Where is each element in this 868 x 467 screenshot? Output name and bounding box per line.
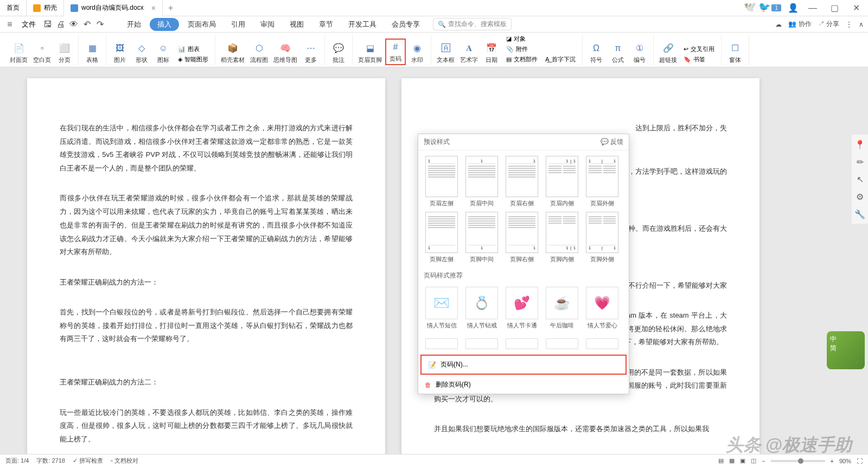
docer-button[interactable]: 📦稻壳素材 — [219, 41, 247, 65]
preview-icon[interactable]: 👁 — [68, 19, 79, 30]
formula-button[interactable]: π公式 — [608, 41, 628, 65]
style-more-1[interactable] — [424, 338, 459, 349]
menu-vip[interactable]: 会员专享 — [385, 17, 426, 31]
collab-button[interactable]: 👥 协作 — [788, 20, 811, 29]
watermark-button[interactable]: ◉水印 — [407, 41, 427, 65]
menu-view[interactable]: 视图 — [283, 17, 310, 31]
style-envelope[interactable]: ✉️情人节短信 — [424, 287, 459, 330]
mindmap-button[interactable]: 🧠思维导图 — [271, 41, 299, 65]
page-number-button[interactable]: #页码 — [385, 39, 406, 65]
share-button[interactable]: ↗ 分享 — [818, 20, 839, 29]
preset-footer-inside[interactable]: 1|1页脚内侧 — [544, 212, 580, 263]
close-window-icon[interactable]: ✕ — [848, 3, 864, 14]
redo-icon[interactable]: ↷ — [94, 19, 105, 30]
feedback-link[interactable]: 💬 反馈 — [601, 137, 623, 147]
spell-check[interactable]: ✓ 拼写检查 — [73, 457, 103, 465]
menu-review[interactable]: 审阅 — [254, 17, 281, 31]
preset-header-right[interactable]: 1页眉右侧 — [504, 156, 540, 207]
close-icon[interactable]: × — [151, 4, 156, 12]
minimize-icon[interactable]: — — [805, 3, 820, 14]
tab-docer[interactable]: 稻壳 — [27, 0, 64, 16]
preset-header-left[interactable]: 1页眉左侧 — [424, 156, 459, 207]
select-icon[interactable]: ↖ — [854, 174, 865, 185]
hyperlink-button[interactable]: 🔗超链接 — [657, 41, 679, 65]
picture-button[interactable]: 🖼图片 — [110, 41, 130, 65]
tab-add[interactable]: + — [163, 3, 178, 13]
zoom-slider[interactable] — [771, 460, 825, 462]
search-box[interactable]: 🔍查找命令、搜索模板 — [433, 18, 512, 30]
doc-proof[interactable]: ▫ 文档校对 — [111, 457, 138, 465]
table-button[interactable]: ▦表格 — [82, 41, 103, 65]
symbol-button[interactable]: Ω符号 — [586, 41, 607, 65]
style-coffee[interactable]: ☕午后咖啡 — [544, 287, 580, 330]
preset-header-center[interactable]: 1页眉中间 — [464, 156, 500, 207]
undo-icon[interactable]: ↶ — [81, 19, 92, 30]
preset-footer-outside[interactable]: 1|1页脚外侧 — [584, 212, 620, 263]
style-cartoon[interactable]: 💕情人节卡通 — [504, 287, 540, 330]
menu-ref[interactable]: 引用 — [225, 17, 252, 31]
preset-footer-left[interactable]: 1页脚左侧 — [424, 212, 459, 263]
page-break-button[interactable]: ⬜分页 — [54, 41, 75, 65]
icon-button[interactable]: ☺图标 — [153, 41, 174, 65]
style-more-2[interactable] — [464, 338, 500, 349]
blank-page-button[interactable]: ▫空白页 — [31, 41, 53, 65]
smartart-button[interactable]: ◈ 智能图形 — [176, 55, 210, 64]
page-number-command[interactable]: 📝页码(N)... — [420, 355, 627, 375]
menu-layout[interactable]: 页面布局 — [181, 17, 222, 31]
preset-header-inside[interactable]: 1|1页眉内侧 — [544, 156, 580, 207]
menu-chapter[interactable]: 章节 — [312, 17, 340, 31]
chart-button[interactable]: 📊 图表 — [176, 45, 210, 54]
attachment-button[interactable]: 📎 附件 — [504, 45, 540, 54]
cloud-icon[interactable]: ☁ — [775, 21, 782, 28]
xref-button[interactable]: ↩ 交叉引用 — [681, 45, 717, 54]
bookmark-button[interactable]: 🔖 书签 — [681, 55, 717, 64]
flowchart-button[interactable]: ⬡流程图 — [248, 41, 270, 65]
page-indicator[interactable]: 页面: 1/4 — [5, 457, 29, 465]
more-icon[interactable]: ⋮ — [846, 21, 852, 28]
style-more-5[interactable] — [584, 338, 620, 349]
comment-button[interactable]: 💬批注 — [328, 41, 349, 65]
view-mode-4[interactable]: ◫ — [751, 457, 756, 464]
style-ring[interactable]: 💍情人节钻戒 — [464, 287, 500, 330]
preset-footer-right[interactable]: 1页脚右侧 — [504, 212, 540, 263]
numbering-button[interactable]: ①编号 — [629, 41, 650, 65]
maximize-icon[interactable]: ▢ — [827, 3, 842, 14]
hamburger-icon[interactable]: ≡ — [4, 19, 15, 30]
cover-page-button[interactable]: 📄封面页 — [8, 41, 30, 65]
zoom-in[interactable]: + — [831, 458, 834, 464]
menu-start[interactable]: 开始 — [120, 17, 148, 31]
fullscreen-icon[interactable]: ⛶ — [857, 458, 863, 464]
date-button[interactable]: 📅日期 — [481, 41, 502, 65]
ime-widget[interactable]: 中 简 — [827, 331, 865, 369]
locate-icon[interactable]: 📍 — [854, 139, 865, 150]
preset-footer-center[interactable]: 1页脚中间 — [464, 212, 500, 263]
save-icon[interactable]: 🖫 — [42, 19, 53, 30]
style-more-3[interactable] — [504, 338, 540, 349]
zoom-out[interactable]: − — [762, 458, 765, 464]
header-footer-button[interactable]: ⬓页眉页脚 — [356, 41, 384, 65]
menu-file[interactable]: 文件 — [17, 17, 40, 31]
tab-home[interactable]: 首页 — [0, 0, 27, 16]
window-count-badge[interactable]: 1 — [771, 4, 781, 11]
docpart-button[interactable]: ▤ 文档部件 — [504, 55, 540, 64]
view-mode-1[interactable]: ▤ — [718, 457, 724, 464]
delete-page-number-command[interactable]: 🗑删除页码(R) — [418, 376, 629, 394]
word-count[interactable]: 字数: 2718 — [36, 457, 65, 465]
edit-icon[interactable]: ✏ — [854, 156, 865, 167]
style-more-4[interactable] — [544, 338, 580, 349]
textbox-button[interactable]: 🄰文本框 — [435, 41, 457, 65]
shape-button[interactable]: ◇形状 — [131, 41, 152, 65]
page-1[interactable]: 在我们现在的生活中，相信很多小伙伴都会在学习或者工作之余，来用打游戏的方式来进行… — [27, 78, 385, 456]
style-heart[interactable]: 💗情人节爱心 — [584, 287, 620, 330]
menu-insert[interactable]: 插入 — [150, 18, 179, 31]
wordart-button[interactable]: 𝐀艺术字 — [458, 41, 480, 65]
zoom-level[interactable]: 90% — [839, 458, 851, 464]
tool-icon[interactable]: 🔧 — [854, 209, 865, 219]
dropcap-button[interactable]: A͟ 首字下沉 — [543, 55, 578, 64]
tab-document[interactable]: word自动编页码.docx× — [64, 0, 163, 16]
settings-icon[interactable]: ⚙ — [854, 191, 865, 202]
view-mode-3[interactable]: ▣ — [740, 457, 745, 464]
preset-header-outside[interactable]: 1|1页眉外侧 — [584, 156, 620, 207]
view-mode-2[interactable]: ▦ — [729, 457, 735, 464]
menu-dev[interactable]: 开发工具 — [342, 17, 383, 31]
